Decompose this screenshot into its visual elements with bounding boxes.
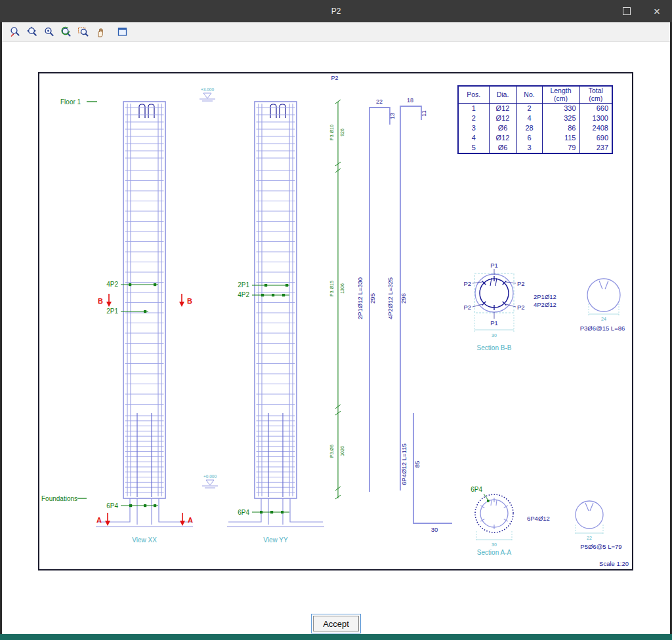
section-a-letter-left: A xyxy=(96,516,102,524)
table-header-row: Pos. Dia. No. Length (cm) Total (cm) xyxy=(458,86,612,104)
table-row: 4 Ø12 6 115 690 xyxy=(458,133,612,143)
datum-top-value: +3.000 xyxy=(201,87,214,92)
bar1-top-dim: 22 xyxy=(376,98,383,105)
section-a-dim: 30 xyxy=(492,542,497,547)
zoom-observer-icon[interactable] xyxy=(43,26,56,39)
bar2-top-dim: 18 xyxy=(407,97,413,104)
zoom-refresh-icon[interactable] xyxy=(60,26,73,39)
p1-label-top: P1 xyxy=(490,262,498,269)
section-b-note-2: 4P2Ø12 xyxy=(534,301,556,308)
section-b-note-1: 2P1Ø12 xyxy=(534,293,556,300)
marker-6p4: 6P4 xyxy=(106,502,118,510)
header-total: Total (cm) xyxy=(579,86,612,104)
section-a-note: 6P4Ø12 xyxy=(527,515,550,522)
section-b-dim: 30 xyxy=(492,333,497,338)
view-xx-label: View XX xyxy=(132,536,157,544)
zone2-value: 1306 xyxy=(340,283,345,294)
close-button[interactable]: × xyxy=(642,0,672,22)
section-b-letter-left: B xyxy=(98,297,103,305)
zone3-label: P3.Ø6 xyxy=(329,445,334,458)
zoom-dynamic-icon[interactable] xyxy=(9,26,22,39)
cell-no: 3 xyxy=(516,143,542,153)
header-length: Length (cm) xyxy=(542,86,579,104)
maximize-button[interactable] xyxy=(612,0,642,22)
section-b-title: Section B-B xyxy=(477,344,512,351)
cell-pos: 1 xyxy=(458,104,489,114)
close-icon: × xyxy=(654,6,660,17)
stirrup-b-dim: 24 xyxy=(601,317,606,321)
marker-4p2: 4P2 xyxy=(238,291,249,298)
table-row: 5 Ø6 3 79 237 xyxy=(458,143,612,153)
cell-length: 330 xyxy=(542,104,579,114)
cell-total: 237 xyxy=(579,143,612,153)
marker-2p1: 2P1 xyxy=(106,308,118,315)
cell-dia: Ø6 xyxy=(489,123,516,133)
cell-total: 1300 xyxy=(579,113,612,123)
stirrup-a-label: P5Ø6@5 L=79 xyxy=(580,543,621,550)
p2-label-left-top: P2 xyxy=(463,280,471,287)
cell-length: 79 xyxy=(542,143,579,153)
app-window: P2 × xyxy=(0,0,672,640)
bottom-accent-bar xyxy=(0,634,672,640)
cell-no: 2 xyxy=(516,104,542,114)
cell-total: 2408 xyxy=(579,123,612,133)
zone2-label: P3.Ø15 xyxy=(329,281,334,296)
table-row: 3 Ø6 28 86 2408 xyxy=(458,123,612,133)
cell-length: 115 xyxy=(542,133,579,143)
section-a-tag: 6P4 xyxy=(471,486,482,493)
datum-bottom-value: +0.000 xyxy=(203,474,217,479)
bar3-length-dim: 85 xyxy=(413,461,421,468)
maximize-icon xyxy=(623,7,631,15)
cell-dia: Ø12 xyxy=(489,113,516,123)
bar2-length-dim: 296 xyxy=(400,293,407,304)
cell-pos: 3 xyxy=(458,123,489,133)
cell-no: 28 xyxy=(516,123,542,133)
foundations-label: Foundations xyxy=(41,495,77,502)
stirrup-b-label: P3Ø6@15 L=86 xyxy=(580,325,625,332)
section-a-title: Section A-A xyxy=(477,549,512,556)
bar1-length-dim: 295 xyxy=(369,293,376,304)
p1-label-bottom: P1 xyxy=(490,319,498,327)
bar3-label: 6P4Ø12 L=115 xyxy=(400,443,408,485)
cell-total: 690 xyxy=(579,133,612,143)
cell-pos: 2 xyxy=(458,113,489,123)
floor-label: Floor 1 xyxy=(60,98,81,106)
stirrup-a-dim: 22 xyxy=(587,536,592,540)
bar2-label: 4P2Ø12 L=325 xyxy=(387,277,394,319)
table-row: 1 Ø12 2 330 660 xyxy=(458,104,612,114)
sheet-title: P2 xyxy=(331,75,338,81)
window-title: P2 xyxy=(0,7,612,16)
bar1-hook-dim: 13 xyxy=(389,113,396,119)
cell-dia: Ø12 xyxy=(489,104,516,114)
cell-total: 660 xyxy=(579,104,612,114)
view-yy-label: View YY xyxy=(263,536,288,544)
table-row: 2 Ø12 4 325 1300 xyxy=(458,113,612,123)
header-no: No. xyxy=(516,86,542,104)
drawing-viewport: P2 Floor 1 Foundations +3.000 +0.000 xyxy=(2,42,670,634)
pan-icon[interactable] xyxy=(94,26,107,39)
cell-no: 6 xyxy=(516,133,542,143)
rebar-schedule-table: Pos. Dia. No. Length (cm) Total (cm) 1 Ø… xyxy=(457,85,613,154)
toolbar xyxy=(2,22,670,42)
preview-icon[interactable] xyxy=(116,26,129,39)
zone1-value: 926 xyxy=(340,129,345,136)
cell-dia: Ø12 xyxy=(489,133,516,143)
p2-label-left-bottom: P2 xyxy=(463,304,471,311)
marker-6p4: 6P4 xyxy=(238,509,249,516)
cell-length: 86 xyxy=(542,123,579,133)
cell-length: 325 xyxy=(542,113,579,123)
p2-label-right-bottom: P2 xyxy=(517,304,525,311)
cell-no: 4 xyxy=(516,113,542,123)
title-bar: P2 × xyxy=(0,0,672,22)
cell-pos: 5 xyxy=(458,143,489,153)
header-pos: Pos. xyxy=(458,86,489,104)
zoom-extents-icon[interactable] xyxy=(26,26,39,39)
accept-button[interactable]: Accept xyxy=(313,616,359,631)
marker-2p1: 2P1 xyxy=(238,281,249,289)
zoom-window-icon[interactable] xyxy=(77,26,90,39)
marker-4p2: 4P2 xyxy=(106,281,118,288)
bar3-bottom-dim: 30 xyxy=(431,526,438,533)
section-b-letter-right: B xyxy=(187,297,192,305)
section-a-letter-right: A xyxy=(188,516,193,524)
bar2-hook-dim: 11 xyxy=(421,110,427,116)
